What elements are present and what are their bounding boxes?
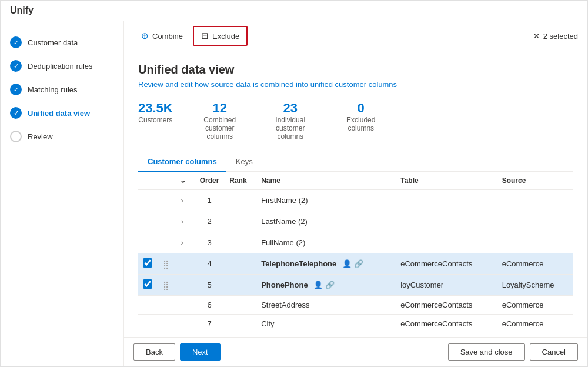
- page-content: Unified data view Review and edit how so…: [124, 51, 587, 337]
- page-title: Unified data view: [138, 63, 573, 76]
- main-layout: Customer dataDeduplication rulesMatching…: [1, 21, 587, 366]
- page-subtitle: Review and edit how source data is combi…: [138, 80, 573, 89]
- title-bar: Unify: [1, 1, 587, 21]
- exclude-label: Exclude: [212, 32, 239, 41]
- save-close-button[interactable]: Save and close: [448, 343, 525, 361]
- table-row: ⣿4TelephoneTelephone 👤 🔗eCommerceContact…: [138, 253, 573, 275]
- drag-handle[interactable]: ⣿: [163, 259, 169, 269]
- table-row: ›2LastName (2): [138, 211, 573, 232]
- cell-table: [396, 211, 497, 232]
- header-source: Source: [497, 172, 573, 190]
- combine-button[interactable]: ⊕ Combine: [133, 26, 191, 45]
- cell-name: City: [256, 315, 396, 333]
- sidebar-label-unified-data-view: Unified data view: [28, 109, 90, 118]
- sidebar-circle-review: [10, 131, 22, 142]
- sidebar-item-deduplication-rules[interactable]: Deduplication rules: [1, 54, 123, 78]
- header-order: Order: [194, 172, 225, 190]
- cell-order: 4: [194, 253, 225, 275]
- table-row: 6StreetAddresseCommerceContactseCommerce: [138, 296, 573, 315]
- sidebar-label-deduplication-rules: Deduplication rules: [28, 62, 93, 71]
- selected-count-label: 2 selected: [543, 32, 578, 41]
- cell-rank: [225, 211, 256, 232]
- data-table: ⌄ Order Rank Name Table Source ›1FirstNa…: [138, 172, 573, 337]
- expand-row-btn[interactable]: ›: [180, 237, 185, 248]
- sidebar-circle-deduplication-rules: [10, 60, 22, 72]
- stat-individual-columns: 23Individual customer columns: [267, 101, 314, 141]
- cell-rank: [225, 253, 256, 275]
- cell-name: LastName (2): [256, 211, 396, 232]
- link-icon: 🔗: [325, 281, 335, 289]
- cell-name: PhonePhone 👤 🔗: [256, 275, 396, 296]
- table-row: ⣿5PhonePhone 👤 🔗loyCustomerLoyaltyScheme: [138, 275, 573, 296]
- cell-source: LoyaltyScheme: [497, 275, 573, 296]
- header-name: Name: [256, 172, 396, 190]
- cell-order: 6: [194, 296, 225, 315]
- cell-table: eCommerceContacts: [396, 296, 497, 315]
- cell-order: 5: [194, 275, 225, 296]
- link-icon: 🔗: [354, 259, 363, 268]
- person-icon: 👤: [313, 281, 323, 289]
- sidebar-item-review[interactable]: Review: [1, 125, 123, 148]
- cell-rank: [225, 296, 256, 315]
- cell-table: eCommerceContacts: [396, 315, 497, 333]
- table-container: ⌄ Order Rank Name Table Source ›1FirstNa…: [138, 172, 573, 337]
- stat-customers: 23.5KCustomers: [138, 101, 173, 141]
- back-button[interactable]: Back: [133, 343, 175, 361]
- sidebar: Customer dataDeduplication rulesMatching…: [1, 21, 124, 366]
- cell-order: 7: [194, 315, 225, 333]
- cell-rank: [225, 190, 256, 211]
- sidebar-label-review: Review: [28, 132, 53, 141]
- table-row: ›1FirstName (2): [138, 190, 573, 211]
- stat-excluded-columns: 0Excluded columns: [338, 101, 385, 141]
- selected-count-area: ✕ 2 selected: [533, 32, 578, 41]
- table-header-row: ⌄ Order Rank Name Table Source: [138, 172, 573, 190]
- sidebar-item-matching-rules[interactable]: Matching rules: [1, 78, 123, 101]
- header-rank: Rank: [225, 172, 256, 190]
- header-table: Table: [396, 172, 497, 190]
- sidebar-label-matching-rules: Matching rules: [28, 85, 78, 94]
- cell-rank: [225, 275, 256, 296]
- cell-table: eCommerceContacts: [396, 253, 497, 275]
- cell-name: StreetAddress: [256, 296, 396, 315]
- cell-source: eCommerce: [497, 315, 573, 333]
- next-button[interactable]: Next: [180, 343, 220, 361]
- stat-label-combined-columns: Combined customer columns: [196, 116, 243, 141]
- table-row: 7CityeCommerceContactseCommerce: [138, 315, 573, 333]
- tab-customer-columns[interactable]: Customer columns: [138, 152, 226, 172]
- cell-source: [497, 211, 573, 232]
- expand-row-btn[interactable]: ›: [180, 195, 185, 206]
- stat-label-customers: Customers: [138, 116, 172, 124]
- stat-value-customers: 23.5K: [138, 101, 173, 116]
- table-row: ›3FullName (2): [138, 232, 573, 253]
- toolbar: ⊕ Combine ⊟ Exclude ✕ 2 selected: [124, 21, 587, 51]
- cell-rank: [225, 315, 256, 333]
- sidebar-label-customer-data: Customer data: [28, 38, 78, 47]
- combine-label: Combine: [152, 32, 183, 41]
- cell-source: eCommerce: [497, 296, 573, 315]
- cell-order: 2: [194, 211, 225, 232]
- stat-label-individual-columns: Individual customer columns: [267, 116, 314, 141]
- stat-value-combined-columns: 12: [212, 101, 226, 116]
- header-drag-col: [158, 172, 175, 190]
- stats-row: 23.5KCustomers12Combined customer column…: [138, 101, 573, 141]
- stat-label-excluded-columns: Excluded columns: [338, 116, 385, 132]
- cell-source: eCommerce: [497, 253, 573, 275]
- expand-all-icon[interactable]: ⌄: [180, 176, 186, 185]
- tabs-row: Customer columnsKeys: [138, 152, 573, 172]
- cell-order: 1: [194, 190, 225, 211]
- tab-keys[interactable]: Keys: [226, 152, 262, 172]
- app-shell: Unify Customer dataDeduplication rulesMa…: [0, 0, 588, 367]
- cell-name: FirstName (2): [256, 190, 396, 211]
- drag-handle[interactable]: ⣿: [163, 281, 169, 290]
- close-icon[interactable]: ✕: [533, 32, 540, 41]
- cell-table: [396, 190, 497, 211]
- expand-row-btn[interactable]: ›: [180, 216, 185, 227]
- row-checkbox-4[interactable]: [143, 258, 152, 268]
- header-expand-col: ⌄: [175, 172, 194, 190]
- cancel-button[interactable]: Cancel: [530, 343, 578, 361]
- sidebar-item-unified-data-view[interactable]: Unified data view: [1, 101, 123, 125]
- row-checkbox-5[interactable]: [143, 279, 152, 289]
- exclude-button[interactable]: ⊟ Exclude: [193, 26, 248, 46]
- sidebar-item-customer-data[interactable]: Customer data: [1, 31, 123, 54]
- cell-order: 3: [194, 232, 225, 253]
